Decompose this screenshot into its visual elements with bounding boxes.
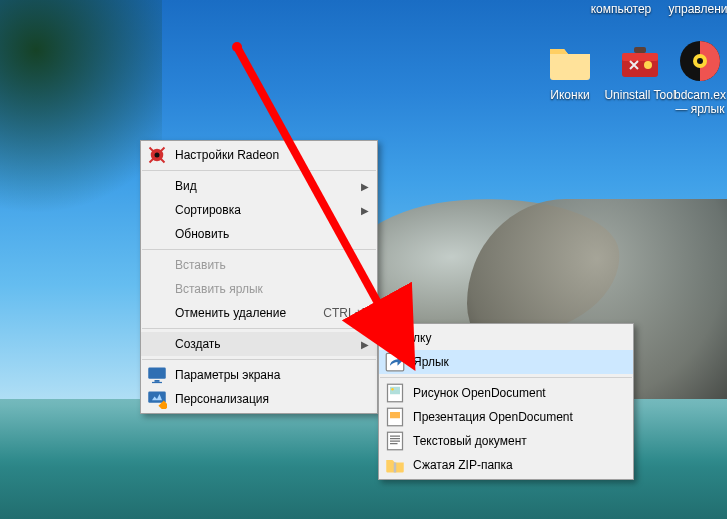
menu-label: Сортировка bbox=[175, 203, 349, 217]
desktop-icon-uninstall[interactable]: Uninstall Tool bbox=[600, 37, 680, 103]
svg-rect-16 bbox=[390, 387, 400, 395]
svg-point-17 bbox=[391, 388, 394, 391]
display-icon bbox=[147, 365, 167, 385]
desktop-icon-bdcam[interactable]: bdcam.ex — ярлык bbox=[670, 37, 727, 117]
desktop-label-computer: компьютер bbox=[586, 2, 656, 16]
desktop[interactable]: компьютер управлени Иконки Uninstall Too… bbox=[0, 0, 727, 519]
desktop-icon-label: Uninstall Tool bbox=[600, 89, 680, 103]
shortcut-icon bbox=[385, 352, 405, 372]
radeon-icon bbox=[147, 145, 167, 165]
folder-icon bbox=[385, 328, 405, 348]
textdoc-icon bbox=[385, 431, 405, 451]
submenu-item-zip[interactable]: Сжатая ZIP-папка bbox=[379, 453, 633, 477]
blank-icon bbox=[147, 334, 167, 354]
submenu-arrow-icon: ▶ bbox=[361, 205, 369, 216]
menu-item-create[interactable]: Создать ▶ bbox=[141, 332, 377, 356]
menu-label: Вставить ярлык bbox=[175, 282, 369, 296]
submenu-item-picture[interactable]: Рисунок OpenDocument bbox=[379, 381, 633, 405]
svg-point-22 bbox=[232, 42, 242, 52]
menu-item-undo-delete[interactable]: Отменить удаление CTRL+Z bbox=[141, 301, 377, 325]
zip-icon bbox=[385, 455, 405, 475]
submenu-item-shortcut[interactable]: Ярлык bbox=[379, 350, 633, 374]
svg-point-6 bbox=[697, 58, 703, 64]
svg-rect-2 bbox=[634, 47, 646, 53]
personalization-icon bbox=[147, 389, 167, 409]
menu-item-screen-params[interactable]: Параметры экрана bbox=[141, 363, 377, 387]
svg-rect-21 bbox=[394, 463, 397, 473]
menu-item-paste-shortcut: Вставить ярлык bbox=[141, 277, 377, 301]
menu-separator bbox=[142, 328, 376, 329]
submenu-arrow-icon: ▶ bbox=[361, 181, 369, 192]
menu-label: Персонализация bbox=[175, 392, 369, 406]
create-submenu: лку Ярлык Рисунок OpenDocument Презентац… bbox=[378, 323, 634, 480]
desktop-icon-folder[interactable]: Иконки bbox=[530, 37, 610, 103]
menu-label: Настройки Radeon bbox=[175, 148, 369, 162]
odf-picture-icon bbox=[385, 383, 405, 403]
desktop-label-management: управлени bbox=[668, 2, 727, 16]
menu-separator bbox=[142, 249, 376, 250]
svg-rect-19 bbox=[390, 412, 400, 418]
menu-label: Обновить bbox=[175, 227, 369, 241]
menu-item-radeon[interactable]: Настройки Radeon bbox=[141, 143, 377, 167]
menu-label: Текстовый документ bbox=[413, 434, 625, 448]
toolbox-icon bbox=[616, 37, 664, 85]
menu-item-sort[interactable]: Сортировка ▶ bbox=[141, 198, 377, 222]
menu-item-view[interactable]: Вид ▶ bbox=[141, 174, 377, 198]
bandicam-icon bbox=[676, 37, 724, 85]
svg-rect-1 bbox=[622, 53, 658, 61]
menu-label: лку bbox=[413, 331, 625, 345]
submenu-item-textdoc[interactable]: Текстовый документ bbox=[379, 429, 633, 453]
menu-item-refresh[interactable]: Обновить bbox=[141, 222, 377, 246]
svg-point-8 bbox=[155, 153, 160, 158]
menu-label: Вставить bbox=[175, 258, 369, 272]
menu-separator bbox=[380, 377, 632, 378]
menu-label: Ярлык bbox=[413, 355, 625, 369]
menu-label: Презентация OpenDocument bbox=[413, 410, 625, 424]
menu-shortcut: CTRL+Z bbox=[323, 306, 369, 320]
menu-label: Отменить удаление bbox=[175, 306, 303, 320]
blank-icon bbox=[147, 200, 167, 220]
menu-item-personalization[interactable]: Персонализация bbox=[141, 387, 377, 411]
menu-label: Рисунок OpenDocument bbox=[413, 386, 625, 400]
menu-label: Создать bbox=[175, 337, 349, 351]
menu-label: Параметры экрана bbox=[175, 368, 369, 382]
svg-rect-12 bbox=[148, 392, 166, 403]
submenu-item-folder[interactable]: лку bbox=[379, 326, 633, 350]
svg-rect-10 bbox=[155, 380, 160, 382]
desktop-context-menu: Настройки Radeon Вид ▶ Сортировка ▶ Обно… bbox=[140, 140, 378, 414]
menu-item-paste: Вставить bbox=[141, 253, 377, 277]
blank-icon bbox=[147, 303, 167, 323]
odf-presentation-icon bbox=[385, 407, 405, 427]
menu-label: Вид bbox=[175, 179, 349, 193]
submenu-arrow-icon: ▶ bbox=[361, 339, 369, 350]
desktop-icon-label: bdcam.ex — ярлык bbox=[670, 89, 727, 117]
menu-separator bbox=[142, 170, 376, 171]
blank-icon bbox=[147, 255, 167, 275]
desktop-icon-label: Иконки bbox=[530, 89, 610, 103]
submenu-item-presentation[interactable]: Презентация OpenDocument bbox=[379, 405, 633, 429]
svg-rect-11 bbox=[152, 382, 162, 383]
blank-icon bbox=[147, 224, 167, 244]
svg-point-3 bbox=[644, 61, 652, 69]
menu-label: Сжатая ZIP-папка bbox=[413, 458, 625, 472]
svg-rect-9 bbox=[148, 368, 166, 379]
menu-separator bbox=[142, 359, 376, 360]
blank-icon bbox=[147, 279, 167, 299]
folder-icon bbox=[546, 37, 594, 85]
blank-icon bbox=[147, 176, 167, 196]
